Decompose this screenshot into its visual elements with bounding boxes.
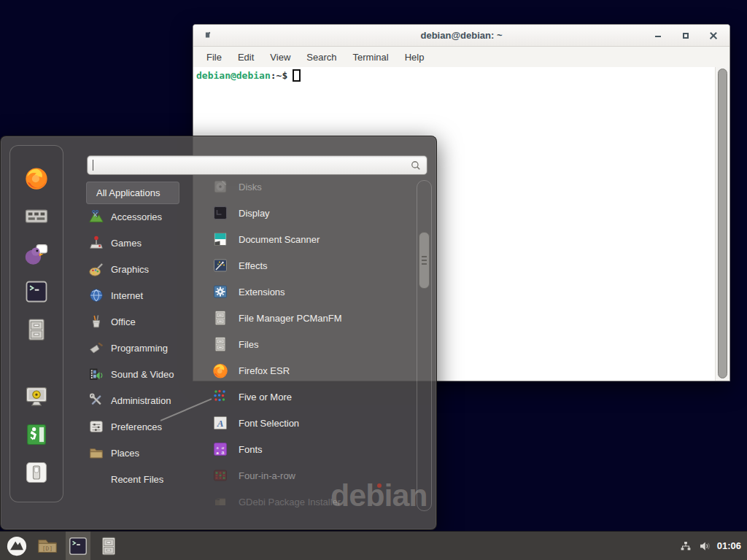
menu-logo-icon (6, 535, 28, 557)
application-item[interactable]: aaaa Fonts (212, 436, 417, 462)
gdebi-icon (212, 493, 229, 510)
disks-icon (212, 178, 229, 195)
svg-text:A: A (217, 418, 224, 429)
category-item[interactable]: Programming (87, 335, 209, 361)
favorites-panel (9, 145, 63, 502)
file-cabinet-icon (23, 316, 50, 343)
administration-icon (88, 392, 104, 408)
menubar-item[interactable]: File (198, 52, 230, 63)
folder-desktop-icon: [D] (36, 535, 58, 557)
application-item[interactable]: File Manager PCManFM (212, 305, 417, 331)
menu-scrollbar[interactable] (417, 180, 432, 511)
file-cabinet-icon (212, 335, 229, 353)
firefox-icon (23, 165, 50, 191)
application-menu: debian (0, 136, 437, 530)
menubar-item[interactable]: Search (298, 52, 344, 63)
taskbar-button[interactable]: [D] (35, 532, 60, 560)
application-item[interactable]: Document Scanner (212, 226, 417, 252)
menubar-item[interactable]: Terminal (345, 52, 397, 63)
category-item[interactable]: Graphics (87, 256, 209, 282)
display-icon (212, 204, 229, 222)
svg-text:a: a (222, 450, 225, 455)
category-item[interactable]: Office (87, 308, 209, 335)
category-item[interactable]: Administration (87, 387, 209, 413)
application-item[interactable]: Five or More (212, 384, 417, 410)
application-item[interactable]: Files (212, 331, 417, 357)
application-item[interactable]: A Font Selection (212, 410, 417, 436)
taskbar: [D] 01:06 (0, 531, 747, 560)
terminal-titlebar[interactable]: debian@debian: ~ (193, 25, 729, 47)
category-item[interactable]: Places (87, 440, 209, 466)
application-item[interactable]: Four-in-a-row (212, 462, 417, 489)
volume-icon[interactable] (698, 540, 711, 553)
menubar-item[interactable]: Edit (230, 52, 262, 63)
minimize-button[interactable] (654, 31, 662, 40)
window-title: debian@debian: ~ (193, 30, 729, 41)
application-item[interactable]: Disks (212, 174, 417, 200)
close-button[interactable] (709, 31, 718, 40)
application-item[interactable]: Firefox ESR (212, 357, 417, 384)
category-item[interactable]: Games (87, 230, 209, 256)
terminal-menubar: FileEditViewSearchTerminalHelp (193, 47, 729, 68)
favorite-button[interactable] (23, 459, 50, 486)
favorite-button[interactable] (23, 241, 50, 267)
games-icon (88, 235, 104, 251)
effects-icon (212, 257, 229, 274)
application-item[interactable]: Effects (212, 252, 417, 279)
favorite-button[interactable] (23, 316, 50, 343)
accessories-icon (88, 209, 104, 225)
taskbar-button[interactable] (66, 532, 90, 560)
graphics-icon (88, 261, 104, 277)
lock-screen-icon (23, 384, 50, 410)
terminal-scrollbar[interactable] (715, 67, 729, 381)
terminal-icon (67, 535, 89, 557)
application-item[interactable]: GDebi Package Installer (212, 489, 417, 515)
terminal-cursor (293, 69, 301, 82)
category-item[interactable]: Preferences (87, 413, 209, 440)
category-all-applications[interactable]: All Applications (86, 182, 179, 204)
terminal-icon (23, 279, 50, 305)
menubar-item[interactable]: Help (397, 52, 433, 63)
maximize-button[interactable] (681, 31, 690, 40)
internet-icon (88, 287, 104, 303)
application-item[interactable]: Extensions (212, 279, 417, 305)
taskbar-launchers: [D] (0, 532, 121, 560)
network-icon[interactable] (679, 540, 692, 553)
application-item[interactable]: Display (212, 200, 417, 226)
taskbar-button[interactable] (96, 532, 121, 560)
svg-text:a: a (216, 450, 219, 456)
favorite-button[interactable] (23, 165, 50, 191)
category-item[interactable]: Accessories (87, 203, 209, 230)
menubar-item[interactable]: View (262, 52, 298, 63)
favorite-button[interactable] (23, 279, 50, 305)
desktop: debian@debian: ~ FileEditViewSearchTermi… (0, 0, 747, 560)
prompt-user: debian@debian (196, 70, 271, 81)
taskbar-button[interactable] (4, 532, 29, 560)
shutdown-icon (23, 459, 50, 486)
firefox-icon (212, 362, 229, 379)
favorite-button[interactable] (23, 384, 50, 410)
office-icon (88, 314, 104, 330)
pidgin-icon (23, 241, 50, 267)
menu-scrollbar-thumb[interactable] (419, 232, 430, 289)
system-tray: 01:06 (679, 540, 747, 553)
svg-text:[D]: [D] (42, 545, 53, 552)
favorite-button[interactable] (23, 421, 50, 448)
prompt-line: debian@debian:~$ (196, 69, 716, 82)
fonts-icon: aaaa (212, 440, 229, 458)
category-item[interactable]: Sound & Video (87, 361, 209, 387)
clock[interactable]: 01:06 (717, 540, 741, 551)
text-caret (93, 160, 93, 171)
programming-icon (88, 340, 104, 356)
search-field[interactable] (87, 155, 427, 175)
terminal-scrollbar-thumb[interactable] (718, 69, 727, 378)
document-scanner-icon (212, 230, 229, 248)
prompt-symbol: :~$ (271, 70, 287, 81)
window-icon (204, 30, 214, 40)
category-item[interactable]: Internet (87, 282, 209, 308)
file-cabinet-icon (98, 535, 120, 557)
category-item[interactable]: Recent Files (87, 466, 209, 492)
sound-video-icon (88, 366, 104, 382)
four-in-a-row-icon (212, 467, 229, 484)
favorite-button[interactable] (23, 203, 50, 229)
